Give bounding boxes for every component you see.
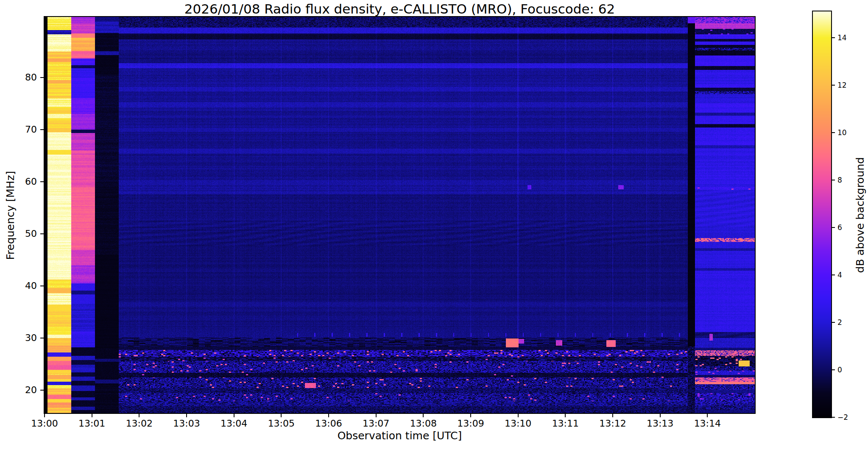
colorbar-tick-label: 12 (837, 81, 847, 89)
x-tick-label: 13:02 (126, 418, 153, 429)
x-tick-label: 13:07 (363, 418, 389, 429)
colorbar-tick-label: 10 (837, 128, 847, 137)
x-tick-mark (423, 414, 424, 417)
colorbar-tick-mark (832, 275, 835, 275)
colorbar-tick-mark (832, 85, 835, 86)
spectrogram-figure: 2026/01/08 Radio flux density, e-CALLIST… (0, 0, 868, 452)
colorbar-tick-mark (832, 227, 835, 228)
colorbar-tick-mark (832, 132, 835, 133)
x-tick-label: 13:14 (694, 418, 721, 429)
x-tick-mark (612, 414, 613, 417)
x-tick-mark (470, 414, 471, 417)
x-tick-label: 13:03 (173, 418, 200, 429)
x-tick-mark (281, 414, 282, 417)
y-tick-label: 70 (11, 124, 37, 134)
x-tick-label: 13:01 (78, 418, 105, 429)
colorbar-tick-label: −2 (837, 413, 848, 421)
colorbar-tick-mark (832, 37, 835, 38)
y-tick-label: 30 (11, 332, 37, 343)
x-tick-mark (92, 414, 92, 417)
colorbar-gradient (813, 11, 831, 417)
x-tick-mark (328, 414, 329, 417)
y-tick-mark (40, 129, 44, 130)
x-tick-label: 13:13 (647, 418, 673, 429)
colorbar-tick-label: 4 (837, 271, 842, 279)
y-tick-mark (40, 338, 44, 338)
colorbar (812, 11, 832, 418)
x-tick-mark (707, 414, 708, 417)
x-tick-label: 13:11 (552, 418, 579, 429)
x-tick-label: 13:12 (599, 418, 626, 429)
spectrogram-heatmap (45, 17, 755, 413)
x-tick-mark (186, 414, 187, 417)
x-tick-label: 13:06 (315, 418, 342, 429)
x-tick-label: 13:08 (410, 418, 437, 429)
y-tick-mark (40, 181, 44, 182)
colorbar-tick-label: 0 (837, 366, 842, 374)
x-tick-mark (376, 414, 377, 417)
colorbar-tick-label: 6 (837, 223, 842, 232)
y-tick-mark (40, 233, 44, 234)
x-tick-mark (44, 414, 45, 417)
y-tick-label: 80 (11, 72, 37, 82)
y-tick-mark (40, 390, 44, 391)
x-tick-label: 13:04 (220, 418, 247, 429)
colorbar-tick-label: 2 (837, 318, 842, 327)
x-tick-label: 13:05 (268, 418, 295, 429)
x-tick-label: 13:00 (31, 418, 58, 429)
y-tick-mark (40, 286, 44, 286)
y-tick-mark (40, 77, 44, 78)
x-tick-mark (139, 414, 140, 417)
colorbar-label: dB above background (854, 152, 866, 279)
colorbar-tick-mark (832, 322, 835, 323)
x-tick-mark (234, 414, 234, 417)
x-tick-mark (660, 414, 661, 417)
colorbar-tick-mark (832, 417, 835, 418)
x-tick-label: 13:10 (505, 418, 531, 429)
x-axis-label: Observation time [UTC] (45, 430, 755, 442)
colorbar-tick-label: 8 (837, 176, 842, 184)
x-tick-mark (565, 414, 566, 417)
x-tick-label: 13:09 (457, 418, 484, 429)
chart-title: 2026/01/08 Radio flux density, e-CALLIST… (45, 1, 755, 17)
y-tick-label: 20 (11, 384, 37, 395)
colorbar-tick-mark (832, 369, 835, 370)
colorbar-tick-label: 14 (837, 33, 847, 42)
x-tick-mark (518, 414, 519, 417)
colorbar-tick-mark (832, 180, 835, 180)
y-axis-label: Frequency [MHz] (4, 152, 17, 279)
y-tick-label: 40 (11, 280, 37, 291)
